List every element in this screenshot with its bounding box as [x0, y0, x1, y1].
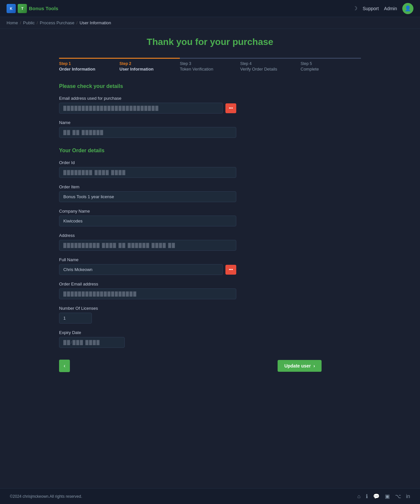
expiry-blurred: ██/███ ████ [63, 340, 100, 345]
footer-linkedin-icon[interactable]: in [406, 494, 410, 499]
breadcrumb: Home / Public / Process Purchase / User … [0, 17, 420, 29]
breadcrumb-process-purchase[interactable]: Process Purchase [40, 20, 74, 25]
address-blurred: ██████████ ████ ██ ██████ ████ ██ [63, 243, 176, 248]
full-name-field-wrapper: Chris Mckeown ••• [59, 264, 236, 275]
logo-icon-k: K [7, 4, 16, 13]
email-group: Email address used for purchase ████████… [59, 96, 361, 114]
step-2-line [119, 58, 180, 59]
footer-screen-icon[interactable]: ▣ [385, 493, 390, 499]
page-title: Thank you for your purchase [59, 37, 361, 47]
order-item-field[interactable]: Bonus Tools 1 year license [59, 191, 236, 202]
email-field[interactable]: ██████████████████████████ [59, 103, 223, 114]
order-details-section: Your Order details Order Id ████████ ███… [59, 148, 361, 348]
company-name-label: Company Name [59, 209, 361, 214]
step-3-line [180, 58, 240, 59]
breadcrumb-sep-3: / [76, 20, 78, 25]
nav-buttons: ‹ Update user › [59, 360, 322, 372]
footer-copyright: ©2024 chrisjmckeown.All rights reserved. [10, 494, 82, 499]
logo-icon-t: T [18, 4, 27, 13]
address-field[interactable]: ██████████ ████ ██ ██████ ████ ██ [59, 240, 236, 251]
order-item-group: Order Item Bonus Tools 1 year license [59, 184, 361, 202]
order-id-label: Order Id [59, 160, 361, 165]
step-1: Step 1 Order Information [59, 58, 119, 72]
company-name-group: Company Name Kiwicodes [59, 209, 361, 226]
navbar-actions: ☽ Support Admin 👤 [353, 3, 413, 14]
footer-icons: ⌂ ℹ 💬 ▣ ⌥ in [357, 493, 410, 499]
order-id-group: Order Id ████████ ████ ████ [59, 160, 361, 178]
step-4-line [240, 58, 301, 59]
full-name-field[interactable]: Chris Mckeown [59, 264, 223, 275]
avatar[interactable]: 👤 [402, 3, 413, 14]
order-id-field[interactable]: ████████ ████ ████ [59, 167, 236, 178]
step-2-label: User Information [119, 67, 154, 72]
step-4-label: Verify Order Details [240, 67, 277, 72]
step-1-num: Step 1 [59, 61, 71, 66]
step-3-num: Step 3 [180, 61, 191, 66]
stepper: Step 1 Order Information Step 2 User Inf… [59, 58, 361, 72]
update-user-button[interactable]: Update user › [278, 360, 322, 372]
back-button[interactable]: ‹ [59, 360, 70, 372]
email-blurred: ██████████████████████████ [63, 106, 159, 111]
expiry-field[interactable]: ██/███ ████ [59, 337, 125, 348]
full-name-label: Full Name [59, 257, 361, 262]
update-label: Update user [284, 363, 311, 368]
name-field[interactable]: ██ ██ ██████ [59, 127, 236, 138]
breadcrumb-sep-1: / [20, 20, 21, 25]
order-email-field[interactable]: ████████████████████ [59, 288, 236, 299]
user-details-section: Please check your details Email address … [59, 83, 361, 138]
step-5-label: Complete [301, 67, 319, 72]
order-email-label: Order Email address [59, 282, 361, 286]
step-4-num: Step 4 [240, 61, 252, 66]
footer: ©2024 chrisjmckeown.All rights reserved.… [0, 488, 420, 504]
order-id-blurred: ████████ ████ ████ [63, 170, 126, 175]
footer-chat-icon[interactable]: 💬 [373, 493, 380, 499]
step-2: Step 2 User Information [119, 58, 180, 72]
name-label: Name [59, 120, 361, 125]
support-link[interactable]: Support [363, 6, 379, 11]
full-name-group: Full Name Chris Mckeown ••• [59, 257, 361, 275]
step-5: Step 5 Complete [301, 58, 361, 72]
breadcrumb-public[interactable]: Public [23, 20, 34, 25]
num-licenses-group: Number Of Licenses 1 [59, 306, 361, 324]
order-email-group: Order Email address ████████████████████ [59, 282, 361, 299]
update-icon: › [313, 363, 315, 368]
user-section-title: Please check your details [59, 83, 361, 89]
brand-name: Bonus Tools [29, 6, 58, 11]
breadcrumb-current: User Information [79, 20, 111, 25]
navbar: K T Bonus Tools ☽ Support Admin 👤 [0, 0, 420, 17]
admin-link[interactable]: Admin [384, 6, 397, 11]
footer-home-icon[interactable]: ⌂ [357, 494, 361, 499]
order-section-title: Your Order details [59, 148, 361, 154]
order-email-blurred: ████████████████████ [63, 291, 137, 296]
full-name-menu-button[interactable]: ••• [225, 265, 236, 275]
email-menu-button[interactable]: ••• [225, 103, 236, 113]
num-licenses-field[interactable]: 1 [59, 313, 92, 324]
step-3: Step 3 Token Verification [180, 58, 240, 72]
company-name-field[interactable]: Kiwicodes [59, 216, 236, 226]
breadcrumb-sep-2: / [37, 20, 38, 25]
name-group: Name ██ ██ ██████ [59, 120, 361, 138]
expiry-label: Expiry Date [59, 330, 361, 335]
order-item-value: Bonus Tools 1 year license [63, 194, 114, 199]
step-3-label: Token Verification [180, 67, 213, 72]
breadcrumb-home[interactable]: Home [7, 20, 18, 25]
step-5-num: Step 5 [301, 61, 312, 66]
num-licenses-label: Number Of Licenses [59, 306, 361, 311]
num-licenses-value: 1 [63, 316, 66, 321]
address-label: Address [59, 233, 361, 238]
address-group: Address ██████████ ████ ██ ██████ ████ █… [59, 233, 361, 251]
step-2-num: Step 2 [119, 61, 131, 66]
main-content: Thank you for your purchase Step 1 Order… [46, 29, 374, 488]
footer-github-icon[interactable]: ⌥ [395, 493, 401, 499]
expiry-group: Expiry Date ██/███ ████ [59, 330, 361, 348]
footer-info-icon[interactable]: ℹ [366, 493, 368, 499]
email-label: Email address used for purchase [59, 96, 361, 101]
step-5-line [301, 58, 361, 59]
name-blurred: ██ ██ ██████ [63, 130, 104, 135]
step-1-line [59, 58, 119, 59]
step-4: Step 4 Verify Order Details [240, 58, 301, 72]
full-name-value: Chris Mckeown [63, 267, 93, 272]
theme-toggle-icon[interactable]: ☽ [353, 5, 357, 11]
step-1-label: Order Information [59, 67, 95, 72]
company-name-value: Kiwicodes [63, 219, 83, 223]
